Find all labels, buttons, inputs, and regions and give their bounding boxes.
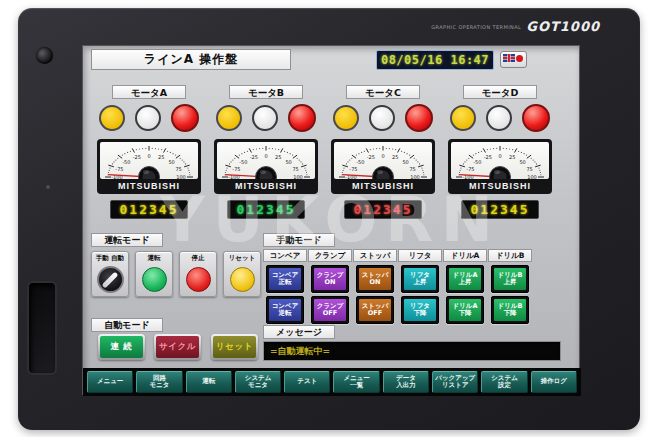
- usb-cover-slot[interactable]: [27, 281, 57, 375]
- manual-action-button-label: ドリルA 上昇: [449, 268, 481, 290]
- run-button[interactable]: [142, 267, 167, 292]
- svg-text:100: 100: [293, 174, 303, 179]
- meter-dial: -100-75-50-250255075100: [451, 142, 549, 179]
- manual-action-button[interactable]: ストッパ OFF: [356, 296, 394, 324]
- language-switch-button[interactable]: [500, 51, 527, 68]
- menu-button-6[interactable]: メニュー 一覧: [333, 371, 379, 393]
- menu-button-4[interactable]: システム モニタ: [235, 371, 281, 393]
- japan-flag-icon: [516, 55, 523, 62]
- meter-brand-label: MITSUBISHI: [451, 179, 549, 194]
- menu-button-5[interactable]: テスト: [284, 371, 330, 393]
- model-label: GOT1000: [526, 19, 600, 34]
- svg-text:100: 100: [176, 174, 186, 179]
- lamp-row: [448, 104, 552, 132]
- terminal-type-label: GRAPHIC OPERATION TERMINAL: [431, 24, 521, 30]
- mode-selector-panel: 手動 自動: [91, 251, 129, 297]
- svg-text:0: 0: [381, 153, 384, 159]
- white-lamp-indicator: [486, 105, 512, 131]
- auto-mode-button-2[interactable]: サイクル: [154, 334, 201, 360]
- manual-action-button-label: リフタ 上昇: [404, 268, 436, 290]
- svg-text:75: 75: [292, 166, 298, 172]
- manual-action-button-label: コンベア 逆転: [269, 299, 301, 321]
- svg-text:75: 75: [526, 166, 532, 172]
- manual-action-button-label: ドリルB 上昇: [494, 268, 526, 290]
- svg-text:50: 50: [285, 159, 291, 165]
- manual-action-button-label: ストッパ OFF: [359, 299, 391, 321]
- manual-action-button[interactable]: クランプ ON: [311, 265, 349, 293]
- meter-brand-label: MITSUBISHI: [217, 179, 315, 194]
- reset-button-label: リセット: [224, 254, 260, 263]
- manual-action-button-label: クランプ OFF: [314, 299, 346, 321]
- got1000-logo: GRAPHIC OPERATION TERMINAL GOT1000: [431, 19, 600, 34]
- manual-action-button[interactable]: ドリルA 下降: [446, 296, 484, 324]
- manual-action-button[interactable]: ドリルA 上昇: [446, 265, 484, 293]
- auto-mode-button-1[interactable]: 連 続: [98, 334, 145, 360]
- menu-button-1[interactable]: メニュー: [87, 371, 133, 393]
- svg-text:-75: -75: [232, 166, 240, 172]
- white-lamp-indicator: [135, 105, 161, 131]
- meter-dial: -100-75-50-250255075100: [100, 142, 198, 179]
- motor-panel-3: モータC-100-75-50-250255075100MITSUBISHI012…: [331, 85, 435, 237]
- manual-group-label: ドリルB: [488, 249, 532, 262]
- manual-action-button-label: リフタ 下降: [404, 299, 436, 321]
- run-button-label: 運転: [136, 254, 172, 263]
- svg-text:50: 50: [402, 159, 408, 165]
- reset-button[interactable]: [230, 267, 255, 292]
- selector-handle: [102, 271, 119, 288]
- yellow-lamp-indicator: [333, 105, 359, 131]
- manual-group-1: コンベアコンベア 正転コンベア 逆転: [263, 249, 307, 324]
- menu-button-3[interactable]: 運転: [186, 371, 232, 393]
- digital-counter-display: 012345: [344, 200, 422, 219]
- stop-button-panel: 停止: [179, 251, 217, 297]
- datetime-display: 08/05/16 16:47: [376, 50, 494, 70]
- lamp-row: [214, 104, 318, 132]
- manual-action-button[interactable]: ドリルB 下降: [491, 296, 529, 324]
- message-section-label: メッセージ: [263, 325, 335, 339]
- manual-auto-selector-switch[interactable]: [97, 266, 124, 293]
- motor-name-label: モータC: [346, 85, 420, 99]
- lamp-row: [97, 104, 201, 132]
- manual-group-label: リフタ: [398, 249, 442, 262]
- white-lamp-indicator: [369, 105, 395, 131]
- manual-group-label: ストッパ: [353, 249, 397, 262]
- manual-action-button-label: クランプ ON: [314, 268, 346, 290]
- manual-group-4: リフタリフタ 上昇リフタ 下降: [398, 249, 442, 324]
- auto-mode-button-3[interactable]: リセット: [211, 334, 258, 360]
- yellow-lamp-indicator: [450, 105, 476, 131]
- svg-text:-25: -25: [484, 154, 492, 160]
- svg-text:-25: -25: [133, 154, 141, 160]
- message-display: =自動運転中=: [263, 341, 561, 361]
- svg-text:75: 75: [175, 166, 181, 172]
- stop-button-label: 停止: [180, 254, 216, 263]
- stop-button[interactable]: [186, 267, 211, 292]
- manual-action-button[interactable]: コンベア 正転: [266, 265, 304, 293]
- run-mode-section-label: 運転モード: [91, 233, 163, 247]
- manual-action-button[interactable]: リフタ 下降: [401, 296, 439, 324]
- manual-group-label: コンベア: [263, 249, 307, 262]
- menu-button-9[interactable]: システム 設定: [481, 371, 527, 393]
- red-lamp-indicator: [522, 104, 550, 132]
- manual-action-button-label: ドリルA 下降: [449, 299, 481, 321]
- svg-text:100: 100: [527, 174, 537, 179]
- motor-panel-2: モータB-100-75-50-250255075100MITSUBISHI012…: [214, 85, 318, 237]
- manual-action-button[interactable]: リフタ 上昇: [401, 265, 439, 293]
- manual-action-button[interactable]: ストッパ ON: [356, 265, 394, 293]
- power-led-icon: [46, 185, 50, 189]
- manual-action-button[interactable]: ドリルB 上昇: [491, 265, 529, 293]
- menu-button-8[interactable]: バックアップ リストア: [432, 371, 478, 393]
- selector-label: 手動 自動: [92, 254, 128, 263]
- digital-counter-display: 012345: [461, 200, 539, 219]
- svg-text:-25: -25: [250, 154, 258, 160]
- uk-flag-icon: [503, 54, 515, 62]
- auto-mode-section-label: 自動モード: [91, 318, 163, 332]
- svg-text:-75: -75: [115, 166, 123, 172]
- red-lamp-indicator: [171, 104, 199, 132]
- meter-brand-label: MITSUBISHI: [334, 179, 432, 194]
- analog-meter: -100-75-50-250255075100MITSUBISHI: [97, 139, 201, 194]
- svg-text:50: 50: [168, 159, 174, 165]
- menu-button-10[interactable]: 操作ログ: [531, 371, 577, 393]
- manual-action-button[interactable]: コンベア 逆転: [266, 296, 304, 324]
- menu-button-7[interactable]: データ 入出力: [383, 371, 429, 393]
- manual-action-button[interactable]: クランプ OFF: [311, 296, 349, 324]
- menu-button-2[interactable]: 回路 モニタ: [136, 371, 182, 393]
